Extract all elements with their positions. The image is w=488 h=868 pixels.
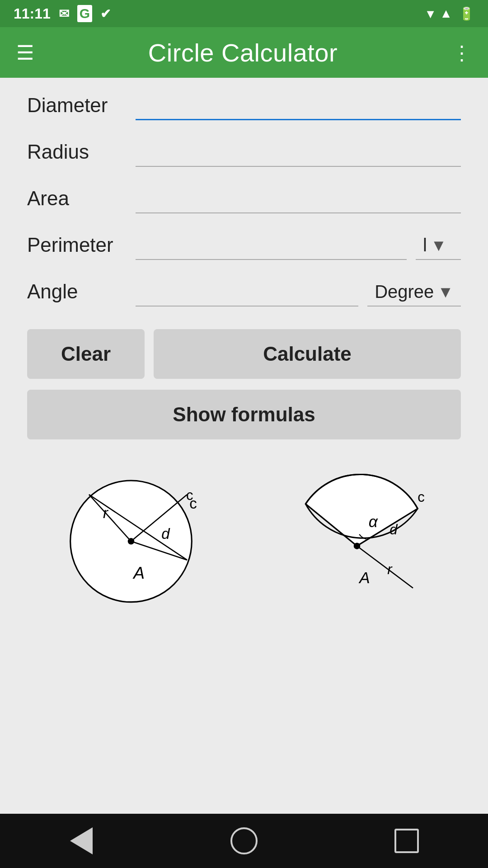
main-content: Diameter Radius Area Perimeter l ▼ Angle [0,78,488,814]
area-input-wrap [136,185,461,213]
menu-icon[interactable]: ☰ [16,41,34,64]
gmail-icon: ✉ [59,6,69,21]
svg-text:A: A [132,563,145,582]
signal-icon: ▲ [440,6,452,21]
wifi-icon: ▾ [427,6,433,21]
angle-unit-selector[interactable]: Degree ▼ [367,278,461,307]
diagrams-row: r c d A c α c d [27,467,461,607]
perimeter-unit-value: l [423,235,427,255]
diameter-input-wrap [136,91,461,120]
perimeter-label: Perimeter [27,234,136,260]
recents-button[interactable] [389,823,425,859]
svg-text:A: A [358,569,370,586]
status-bar: 11:11 ✉ G ✔ ▾ ▲ 🔋 [0,0,488,27]
svg-text:c: c [418,489,425,505]
angle-input-wrap [136,278,358,307]
angle-label: Angle [27,280,136,307]
perimeter-unit-selector[interactable]: l ▼ [416,231,461,260]
app-bar: ☰ Circle Calculator ⋮ [0,27,488,78]
perimeter-dropdown-arrow: ▼ [431,236,447,255]
status-right: ▾ ▲ 🔋 [427,6,474,21]
area-row: Area [27,185,461,213]
angle-dropdown-arrow: ▼ [437,283,454,302]
area-label: Area [27,187,136,213]
bottom-nav [0,814,488,868]
svg-text:c: c [186,487,193,503]
diameter-label: Diameter [27,94,136,120]
area-input[interactable] [136,185,461,213]
radius-input-wrap [136,138,461,167]
svg-point-14 [354,542,360,549]
svg-text:r: r [387,561,393,577]
calculate-button[interactable]: Calculate [154,329,461,379]
perimeter-input[interactable] [136,231,407,260]
grammarly-icon: G [77,5,92,22]
battery-icon: 🔋 [459,6,474,21]
svg-text:α: α [369,513,378,530]
radius-row: Radius [27,138,461,167]
show-formulas-button[interactable]: Show formulas [27,390,461,439]
app-title: Circle Calculator [148,38,338,67]
action-buttons-row: Clear Calculate [27,329,461,379]
more-options-icon[interactable]: ⋮ [452,41,472,64]
perimeter-row: Perimeter l ▼ [27,231,461,260]
angle-input[interactable] [136,278,358,307]
circle-diagram: r c d A c [27,467,235,607]
svg-text:d: d [389,522,398,538]
clear-button[interactable]: Clear [27,329,145,379]
diameter-input[interactable] [136,91,461,120]
check-icon: ✔ [100,6,111,21]
angle-unit-value: Degree [375,282,434,302]
radius-label: Radius [27,141,136,167]
perimeter-input-wrap [136,231,407,260]
angle-row: Angle Degree ▼ [27,278,461,307]
svg-text:d: d [161,525,170,542]
arc-diagram: α c d r A [253,467,461,607]
home-button[interactable] [226,823,262,859]
back-button[interactable] [63,823,99,859]
diameter-row: Diameter [27,91,461,120]
status-left: 11:11 ✉ G ✔ [14,5,111,22]
status-time: 11:11 [14,5,51,22]
radius-input[interactable] [136,138,461,167]
